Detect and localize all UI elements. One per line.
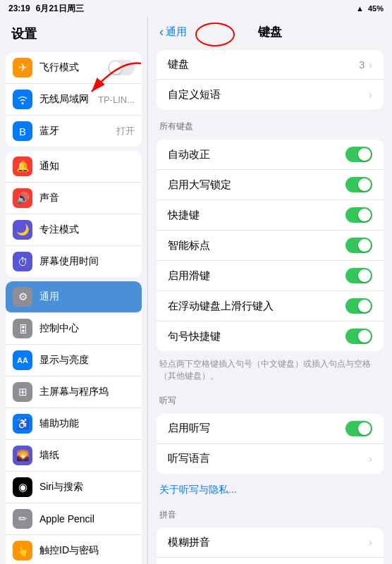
- caps-lock-toggle[interactable]: [345, 177, 372, 192]
- sidebar-item-bluetooth[interactable]: B 蓝牙 打开: [6, 116, 142, 147]
- keyboard-note: 轻点两下空格键插入句号（中文键盘）或插入句点与空格（其他键盘）。: [148, 355, 392, 388]
- row-dialect[interactable]: 方言 无 ›: [157, 558, 384, 564]
- homescreen-label: 主屏幕与程序坞: [39, 386, 135, 398]
- autocorrect-toggle[interactable]: [345, 147, 372, 162]
- shortcuts-toggle[interactable]: [345, 207, 372, 223]
- back-button[interactable]: ‹ 通用: [159, 25, 187, 39]
- slide-to-type-label: 启用滑键: [168, 269, 345, 283]
- slide-to-type-toggle[interactable]: [345, 268, 372, 283]
- row-autocorrect[interactable]: 自动改正: [157, 140, 384, 170]
- pencil-icon: ✏: [13, 509, 32, 529]
- smart-punctuation-toggle[interactable]: [345, 238, 372, 253]
- sidebar-title: 设置: [0, 17, 147, 48]
- battery-indicator: 45%: [368, 4, 384, 13]
- wifi-icon: [13, 90, 32, 109]
- row-floating-keyboard[interactable]: 在浮动键盘上滑行键入: [157, 291, 384, 321]
- autocorrect-label: 自动改正: [168, 148, 345, 161]
- period-shortcut-toggle[interactable]: [345, 329, 372, 344]
- sidebar-item-homescreen[interactable]: ⊞ 主屏幕与程序坞: [6, 376, 142, 408]
- right-panel-title: 键盘: [201, 24, 338, 40]
- dictation-section: 听写 启用听写 听写语言 › 关于听写与隐私...: [148, 388, 392, 502]
- pinyin-section: 拼音 模糊拼音 › 方言 无 › 空格键确认 轻触空格键确认第一个候选项。: [148, 502, 392, 564]
- control-icon: 🎛: [13, 319, 32, 338]
- sidebar-item-control[interactable]: 🎛 控制中心: [6, 313, 142, 345]
- screentime-label: 屏幕使用时间: [39, 255, 135, 268]
- row-keyboard[interactable]: 键盘 3 ›: [157, 50, 384, 80]
- sidebar-section-network: ✈ 飞行模式 无线局域网 TP-LIN... B 蓝牙 打开: [6, 52, 142, 147]
- touchid-label: 触控ID与密码: [39, 544, 135, 557]
- fuzzy-pinyin-chevron-icon: ›: [369, 537, 372, 548]
- sidebar-item-touchid[interactable]: 👆 触控ID与密码: [6, 535, 142, 564]
- all-keyboards-section: 所有键盘 自动改正 启用大写锁定 快捷键 智能标点: [148, 114, 392, 388]
- sidebar-item-pencil[interactable]: ✏ Apple Pencil: [6, 503, 142, 535]
- sidebar-item-siri[interactable]: ◉ Siri与搜索: [6, 472, 142, 503]
- pinyin-title: 拼音: [148, 502, 392, 524]
- all-keyboards-group: 自动改正 启用大写锁定 快捷键 智能标点 启用滑键: [157, 140, 384, 351]
- status-left: 23:19 6月21日周三: [8, 3, 84, 15]
- back-chevron-icon: ‹: [159, 25, 164, 39]
- floating-keyboard-toggle[interactable]: [345, 298, 372, 314]
- dictation-privacy-link[interactable]: 关于听写与隐私...: [148, 478, 392, 502]
- row-smart-punctuation[interactable]: 智能标点: [157, 231, 384, 261]
- control-label: 控制中心: [39, 322, 135, 335]
- enable-dictation-toggle[interactable]: [345, 421, 372, 436]
- keyboard-chevron-icon: ›: [369, 59, 372, 70]
- caps-lock-label: 启用大写锁定: [168, 178, 345, 192]
- sidebar: 设置 ✈ 飞行模式 无线局域网 TP-LIN...: [0, 17, 148, 564]
- wallpaper-icon: 🌄: [13, 446, 32, 465]
- touchid-icon: 👆: [13, 541, 32, 560]
- row-dictation-language[interactable]: 听写语言 ›: [157, 444, 384, 474]
- dictation-group: 启用听写 听写语言 ›: [157, 414, 384, 474]
- custom-phrases-chevron-icon: ›: [369, 89, 372, 100]
- fuzzy-pinyin-label: 模糊拼音: [168, 536, 369, 549]
- notification-label: 通知: [39, 160, 135, 173]
- sound-icon: 🔊: [13, 188, 32, 208]
- bluetooth-icon: B: [13, 121, 32, 141]
- back-label: 通用: [166, 25, 187, 39]
- sidebar-item-sound[interactable]: 🔊 声音: [6, 183, 142, 214]
- row-custom-phrases[interactable]: 自定义短语 ›: [157, 80, 384, 109]
- sidebar-item-airplane[interactable]: ✈ 飞行模式: [6, 52, 142, 84]
- display-icon: AA: [13, 350, 32, 370]
- notification-icon: 🔔: [13, 157, 32, 176]
- sidebar-item-general[interactable]: ⚙ 通用: [6, 281, 142, 313]
- dictation-language-label: 听写语言: [168, 452, 369, 465]
- focus-icon: 🌙: [13, 220, 32, 240]
- dictation-title: 听写: [148, 388, 392, 410]
- keyboard-nav-section: 键盘 3 › 自定义短语 ›: [157, 50, 384, 109]
- focus-label: 专注模式: [39, 223, 135, 236]
- row-caps-lock[interactable]: 启用大写锁定: [157, 170, 384, 200]
- status-bar: 23:19 6月21日周三 ▲ 45%: [0, 0, 392, 17]
- dictation-language-chevron-icon: ›: [369, 453, 372, 465]
- general-label: 通用: [39, 290, 135, 303]
- sidebar-item-display[interactable]: AA 显示与亮度: [6, 345, 142, 376]
- homescreen-icon: ⊞: [13, 382, 32, 402]
- right-header: ‹ 通用 键盘: [148, 17, 392, 46]
- sidebar-item-wifi[interactable]: 无线局域网 TP-LIN...: [6, 84, 142, 116]
- sidebar-item-accessibility[interactable]: ♿ 辅助功能: [6, 408, 142, 440]
- sidebar-item-notification[interactable]: 🔔 通知: [6, 151, 142, 183]
- row-enable-dictation[interactable]: 启用听写: [157, 414, 384, 444]
- all-keyboards-title: 所有键盘: [148, 114, 392, 135]
- sidebar-section-general: ⚙ 通用 🎛 控制中心 AA 显示与亮度 ⊞ 主屏幕与程序坞 ♿ 辅助功能 🌄: [6, 281, 142, 564]
- right-panel: ‹ 通用 键盘 键盘 3 › 自定义短语 › 所有键盘: [148, 17, 392, 564]
- sidebar-item-screentime[interactable]: ⏱ 屏幕使用时间: [6, 246, 142, 277]
- airplane-toggle[interactable]: [108, 60, 135, 75]
- wifi-value: TP-LIN...: [98, 94, 135, 105]
- wifi-label: 无线局域网: [39, 93, 91, 106]
- status-time: 23:19: [8, 4, 30, 13]
- floating-keyboard-label: 在浮动键盘上滑行键入: [168, 300, 345, 313]
- status-date: 6月21日周三: [36, 3, 84, 15]
- keyboard-circle-annotation: [195, 23, 235, 47]
- row-period-shortcut[interactable]: 句号快捷键: [157, 321, 384, 351]
- wallpaper-label: 墙纸: [39, 449, 135, 462]
- row-fuzzy-pinyin[interactable]: 模糊拼音 ›: [157, 528, 384, 558]
- row-shortcuts[interactable]: 快捷键: [157, 200, 384, 231]
- row-slide-to-type[interactable]: 启用滑键: [157, 261, 384, 291]
- sidebar-item-wallpaper[interactable]: 🌄 墙纸: [6, 440, 142, 472]
- airplane-label: 飞行模式: [39, 61, 101, 74]
- pencil-label: Apple Pencil: [39, 513, 135, 525]
- wifi-icon: ▲: [356, 4, 364, 13]
- main-layout: 设置 ✈ 飞行模式 无线局域网 TP-LIN...: [0, 17, 392, 564]
- sidebar-item-focus[interactable]: 🌙 专注模式: [6, 214, 142, 246]
